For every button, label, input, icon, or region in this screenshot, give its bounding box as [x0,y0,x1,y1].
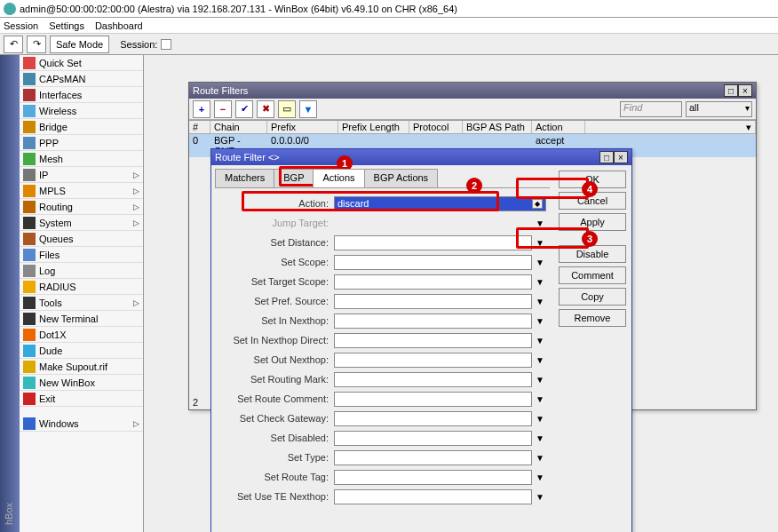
chevron-down-icon[interactable]: ▼ [534,492,546,502]
route-filters-titlebar[interactable]: Route Filters □ × [189,83,756,99]
sidebar-item[interactable]: MPLS▷ [20,183,143,199]
sidebar-item[interactable]: New WinBox [20,375,143,391]
cancel-button[interactable]: Cancel [559,192,626,210]
chevron-down-icon[interactable]: ▼ [534,472,546,482]
sidebar-item[interactable]: Interfaces [20,87,143,103]
field-input[interactable] [334,450,532,465]
route-filter-titlebar[interactable]: Route Filter <> □ × [211,149,631,165]
chevron-down-icon[interactable]: ▼ [534,453,546,463]
disable-button[interactable]: ✖ [257,100,274,118]
chevron-down-icon[interactable]: ▼ [534,238,546,248]
chevron-down-icon[interactable]: ▼ [534,375,546,385]
field-input[interactable] [334,353,532,368]
session-checkbox[interactable] [161,39,171,50]
field-input[interactable] [334,255,532,270]
field-input[interactable] [334,294,532,309]
sidebar-item[interactable]: Routing▷ [20,199,143,215]
route-filters-title: Route Filters [193,85,248,96]
sidebar-item[interactable]: Windows▷ [20,416,143,432]
chevron-down-icon[interactable]: ▼ [534,218,546,228]
sidebar-label: IP [39,170,48,180]
field-label: Set Route Tag: [218,472,334,482]
restore-icon[interactable]: □ [724,84,738,97]
sidebar-icon [23,105,36,117]
undo-button[interactable]: ↶ [4,36,23,53]
sidebar-label: PPP [39,138,59,148]
field-label: Set Type: [218,452,334,463]
chevron-down-icon[interactable]: ▼ [534,277,546,287]
sidebar-item[interactable]: Queues [20,231,143,247]
sidebar-label: Bridge [39,122,67,132]
tab-matchers[interactable]: Matchers [215,169,274,187]
sidebar-item[interactable]: Tools▷ [20,295,143,311]
field-input[interactable] [334,333,532,348]
add-button[interactable]: + [193,100,210,118]
close-icon[interactable]: × [738,84,752,97]
ok-button[interactable]: OK [559,171,626,188]
chevron-down-icon[interactable]: ▼ [534,336,546,345]
sidebar-item[interactable]: Make Supout.rif [20,359,143,375]
sidebar-item[interactable]: CAPsMAN [20,71,143,87]
field-input[interactable] [334,431,532,446]
sidebar-item[interactable]: Dot1X [20,327,143,343]
chevron-down-icon[interactable]: ▼ [534,433,546,443]
tab-bgp[interactable]: BGP [274,169,314,187]
menu-settings[interactable]: Settings [49,20,84,31]
tab-bgp-actions[interactable]: BGP Actions [364,169,439,187]
sidebar-icon [23,217,36,229]
field-label: Set Scope: [218,257,334,267]
sidebar-item[interactable]: PPP [20,135,143,151]
field-input[interactable] [334,274,532,290]
comment-button[interactable]: Comment [559,266,626,284]
comment-button[interactable]: ▭ [278,100,296,118]
sidebar-item[interactable]: Log [20,263,143,279]
sidebar-item[interactable]: New Terminal [20,311,143,327]
safe-mode-button[interactable]: Safe Mode [50,36,109,53]
sidebar-item[interactable]: Quick Set [20,55,143,71]
field-input[interactable] [334,392,532,407]
sidebar-item[interactable]: Dude [20,343,143,359]
all-dropdown[interactable]: all [686,101,752,117]
chevron-down-icon[interactable]: ▼ [534,316,546,326]
tab-actions[interactable]: Actions [313,169,364,187]
table-header[interactable]: # Chain Prefix Prefix Length Protocol BG… [189,121,756,134]
field-input[interactable] [334,470,532,485]
sidebar-label: Make Supout.rif [39,361,107,372]
copy-button[interactable]: Copy [559,288,626,306]
chevron-down-icon[interactable]: ▼ [534,394,546,404]
redo-button[interactable]: ↷ [27,36,46,53]
chevron-down-icon[interactable]: ▼ [534,414,546,424]
chevron-down-icon[interactable]: ▼ [534,297,546,306]
chevron-down-icon[interactable]: ▼ [534,355,546,365]
filter-button[interactable]: ▼ [299,100,317,118]
sidebar-icon [23,233,36,245]
disable-button[interactable]: Disable [559,245,626,263]
field-input[interactable] [334,314,532,329]
sidebar-item[interactable]: Exit [20,391,143,407]
find-input[interactable]: Find [620,101,682,117]
sidebar-item[interactable]: System▷ [20,215,143,231]
sidebar-item[interactable]: Wireless [20,103,143,119]
chevron-down-icon[interactable]: ▼ [534,258,546,267]
sidebar-item[interactable]: Files [20,247,143,263]
field-input[interactable] [334,372,532,387]
sidebar-item[interactable]: IP▷ [20,167,143,183]
field-input[interactable] [334,489,532,504]
apply-button[interactable]: Apply [559,213,626,231]
remove-button[interactable]: − [214,100,232,118]
restore-icon[interactable]: □ [599,151,614,163]
field-input[interactable] [334,411,532,426]
close-icon[interactable]: × [614,151,628,163]
sidebar-item[interactable]: Mesh [20,151,143,167]
field-label: Set Routing Mark: [218,374,334,385]
enable-button[interactable]: ✔ [235,100,253,118]
menu-dashboard[interactable]: Dashboard [95,20,143,31]
sidebar-item[interactable]: RADIUS [20,279,143,295]
tabs: Matchers BGP Actions BGP Actions [215,169,550,188]
action-dropdown[interactable]: discard [334,196,546,211]
sidebar-item[interactable]: Bridge [20,119,143,135]
menu-session[interactable]: Session [4,20,38,31]
remove-button[interactable]: Remove [559,309,626,327]
field-input[interactable] [334,235,532,250]
sidebar: Quick SetCAPsMANInterfacesWirelessBridge… [0,55,144,532]
